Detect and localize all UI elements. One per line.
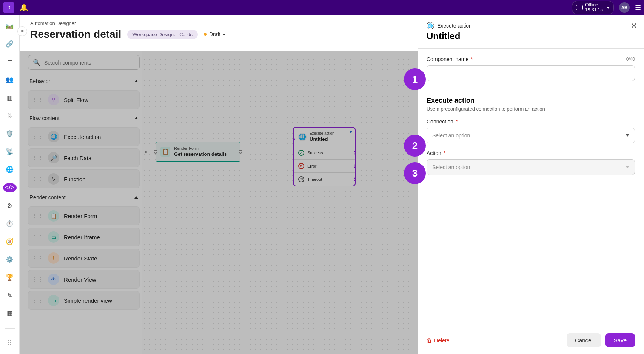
nav-trophy-icon[interactable]: 🏆: [3, 273, 17, 283]
nav-flow-icon[interactable]: ⚙︎: [3, 201, 17, 211]
status-text: Draft: [209, 31, 220, 37]
panel-footer: 🗑 Delete Cancel Save: [418, 326, 644, 354]
rail-separator: [5, 328, 15, 329]
chevron-down-icon: [626, 166, 629, 168]
cancel-button[interactable]: Cancel: [567, 333, 601, 347]
nav-journey-icon[interactable]: 🛤️: [3, 21, 17, 31]
action-label: Action: [427, 150, 441, 156]
nav-code-icon[interactable]: </>: [3, 183, 17, 193]
action-select[interactable]: Select an option: [427, 159, 635, 175]
nav-settings-icon[interactable]: ⚙️: [3, 255, 17, 265]
panel-title: Untitled: [427, 31, 635, 42]
side-panel-toggle-icon[interactable]: ☰: [635, 3, 641, 12]
nav-list-icon[interactable]: ≣: [3, 57, 17, 67]
user-avatar[interactable]: AB: [619, 2, 630, 13]
select-placeholder: Select an option: [432, 132, 470, 139]
nav-rail: 🛤️ 🔗 ≣ 👥 ▥ ⇅ 🛡️ 📡 🌐 </> ⚙︎ ⏱️ 🧭 ⚙️ 🏆 ✎ ▦…: [0, 15, 20, 354]
callout-2: 2: [404, 135, 426, 157]
sidebar-toggle-button[interactable]: ≡: [17, 26, 27, 36]
status-time: 19:31:15: [585, 8, 603, 12]
nav-diverge-icon[interactable]: ⇅: [3, 111, 17, 121]
trash-icon: 🗑: [427, 337, 432, 343]
chevron-down-icon: [626, 134, 629, 137]
globe-icon: 🌐: [427, 22, 434, 29]
delete-label: Delete: [434, 337, 449, 343]
nav-edit-icon[interactable]: ✎: [3, 291, 17, 300]
nav-compass-icon[interactable]: 🧭: [3, 237, 17, 247]
required-indicator: *: [456, 119, 458, 125]
status-dropdown[interactable]: Draft: [204, 31, 226, 37]
connection-status-pill[interactable]: Offline 19:31:15: [572, 1, 614, 14]
workspace-chip: Workspace Designer Cards: [127, 30, 198, 39]
chevron-down-icon: [223, 34, 226, 35]
nav-globe-icon[interactable]: 🌐: [3, 165, 17, 175]
char-counter: 0/40: [626, 57, 635, 62]
page-title: Reservation detail: [30, 28, 121, 40]
connection-label: Connection: [427, 119, 453, 125]
nav-broadcast-icon[interactable]: 📡: [3, 147, 17, 157]
component-name-input[interactable]: [427, 65, 635, 81]
properties-panel: 🌐 Execute action Untitled ✕ Component na…: [418, 15, 644, 354]
config-title: Execute action: [427, 97, 635, 105]
nav-gauge-icon[interactable]: ⏱️: [3, 219, 17, 229]
nav-people-icon[interactable]: 👥: [3, 75, 17, 85]
nav-link-icon[interactable]: 🔗: [3, 39, 17, 49]
topbar: it 🔔 Offline 19:31:15 AB ☰: [0, 0, 644, 15]
config-subtitle: Use a preconfigurated connection to perf…: [427, 106, 635, 112]
required-indicator: *: [444, 150, 445, 156]
close-button[interactable]: ✕: [631, 21, 637, 30]
connection-select[interactable]: Select an option: [427, 128, 635, 143]
notifications-icon[interactable]: 🔔: [20, 3, 28, 12]
nav-apps-icon[interactable]: ⠿: [3, 338, 17, 348]
required-indicator: *: [471, 56, 473, 62]
delete-button[interactable]: 🗑 Delete: [427, 337, 449, 343]
callout-1: 1: [404, 68, 426, 90]
select-placeholder: Select an option: [432, 164, 470, 170]
chevron-down-icon: [607, 7, 610, 9]
app-logo[interactable]: it: [3, 2, 14, 13]
monitor-icon: [576, 5, 583, 10]
callout-3: 3: [404, 162, 426, 184]
nav-grid-icon[interactable]: ▦: [3, 309, 17, 319]
save-button[interactable]: Save: [605, 333, 635, 347]
nav-shield-icon[interactable]: 🛡️: [3, 129, 17, 139]
panel-header: 🌐 Execute action Untitled ✕: [418, 15, 644, 49]
component-name-label: Component name: [427, 56, 468, 62]
panel-type: Execute action: [437, 23, 472, 29]
nav-layout-icon[interactable]: ▥: [3, 93, 17, 103]
status-dot-icon: [204, 33, 207, 36]
